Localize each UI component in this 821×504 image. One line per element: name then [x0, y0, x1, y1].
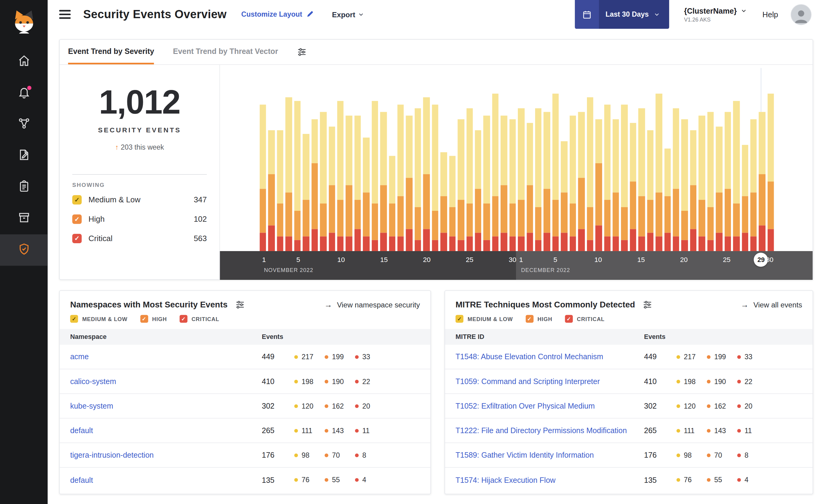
chart-bar-day-22[interactable] — [440, 152, 447, 251]
chart-bar-day-9[interactable] — [329, 127, 335, 251]
chart-bar-day-23[interactable] — [449, 156, 455, 251]
chart-bar-day-35[interactable] — [552, 94, 559, 251]
checkbox-high[interactable]: ✓ — [525, 315, 533, 323]
view-all-events-link[interactable]: → View all events — [741, 300, 802, 309]
chart-bar-day-14[interactable] — [372, 101, 378, 251]
sidebar-item-policies[interactable] — [0, 140, 48, 172]
chart-bar-day-49[interactable] — [673, 108, 679, 251]
namespace-link[interactable]: calico-system — [70, 377, 262, 386]
checkbox-medium-low[interactable]: ✓ — [70, 315, 78, 323]
chart-bar-day-3[interactable] — [277, 130, 283, 251]
chart-bar-day-43[interactable] — [621, 104, 628, 251]
chart-bar-day-31[interactable] — [518, 108, 524, 251]
filter-high[interactable]: ✓HIGH — [525, 315, 552, 323]
mitre-filter-icon[interactable] — [643, 300, 653, 310]
chart-bar-day-24[interactable] — [458, 119, 464, 251]
chart-bar-day-18[interactable] — [406, 116, 412, 251]
sidebar-item-alerts[interactable] — [0, 78, 48, 109]
namespace-link[interactable]: acme — [70, 353, 262, 361]
checkbox-critical[interactable]: ✓ — [72, 234, 81, 243]
chart-bar-day-50[interactable] — [682, 119, 688, 251]
chart-filter-icon[interactable] — [297, 40, 307, 64]
namespaces-filter-icon[interactable] — [235, 300, 245, 310]
severity-toggle-medium-low[interactable]: ✓Medium & Low347 — [72, 190, 207, 209]
chart-bar-day-37[interactable] — [570, 116, 576, 251]
chart-bar-day-30[interactable] — [509, 119, 516, 251]
chart-bar-day-46[interactable] — [647, 130, 653, 251]
checkbox-medium-low[interactable]: ✓ — [456, 315, 464, 323]
chart-bar-day-32[interactable] — [527, 123, 533, 251]
cluster-selector[interactable]: {ClusterName} V1.26 AKS — [684, 7, 747, 22]
chart-bar-day-33[interactable] — [535, 108, 541, 251]
chart-bar-day-54[interactable] — [716, 127, 722, 251]
chart-bar-day-8[interactable] — [320, 112, 326, 251]
calico-cat-logo[interactable] — [11, 5, 37, 40]
date-range-button[interactable]: Last 30 Days — [575, 0, 670, 29]
export-button[interactable]: Export — [332, 10, 364, 19]
chart-bar-day-53[interactable] — [707, 112, 714, 251]
chart-bar-day-1[interactable] — [260, 104, 266, 251]
sidebar-item-compliance[interactable] — [0, 171, 48, 203]
severity-toggle-high[interactable]: ✓High102 — [72, 209, 207, 229]
customize-layout-button[interactable]: Customize Layout — [241, 10, 314, 19]
namespace-link[interactable]: default — [70, 476, 262, 484]
filter-medium-low[interactable]: ✓MEDIUM & LOW — [70, 315, 127, 323]
chart-bar-day-7[interactable] — [311, 119, 318, 251]
mitre-technique-link[interactable]: T1548: Abuse Elevation Control Mechanism — [456, 353, 644, 361]
chart-bar-day-58[interactable] — [750, 119, 757, 251]
filter-high[interactable]: ✓HIGH — [140, 315, 167, 323]
chart-bar-day-13[interactable] — [363, 138, 369, 251]
chart-bar-day-56[interactable] — [733, 101, 740, 251]
namespace-link[interactable]: kube-system — [70, 402, 262, 410]
chart-bar-day-25[interactable] — [466, 108, 473, 251]
namespace-link[interactable]: tigera-intrusion-detection — [70, 451, 262, 459]
chart-bar-day-27[interactable] — [484, 116, 490, 251]
checkbox-medium-low[interactable]: ✓ — [72, 195, 81, 204]
chart-bar-day-11[interactable] — [346, 116, 352, 251]
chart-bar-day-51[interactable] — [690, 130, 696, 251]
tab-event-trend-by-threat-vector[interactable]: Event Trend by Threat Vector — [173, 40, 278, 64]
sidebar-item-workloads[interactable] — [0, 203, 48, 234]
mitre-technique-link[interactable]: T1589: Gather Victim Identity Informatio… — [456, 451, 644, 459]
tab-event-trend-by-severity[interactable]: Event Trend by Severity — [68, 40, 154, 64]
chart-bar-day-17[interactable] — [397, 104, 404, 251]
sidebar-item-home[interactable] — [0, 46, 48, 78]
chart-bar-day-52[interactable] — [699, 116, 705, 251]
checkbox-critical[interactable]: ✓ — [565, 315, 573, 323]
chart-bar-day-44[interactable] — [630, 123, 636, 251]
checkbox-high[interactable]: ✓ — [140, 315, 148, 323]
chart-bar-day-36[interactable] — [561, 141, 567, 251]
chart-bar-day-10[interactable] — [337, 101, 344, 251]
chart-bar-day-21[interactable] — [432, 104, 438, 251]
checkbox-critical[interactable]: ✓ — [179, 315, 187, 323]
chart-bar-day-60[interactable] — [768, 94, 774, 251]
mitre-technique-link[interactable]: T1222: File and Directory Permissions Mo… — [456, 426, 644, 435]
chart-bar-day-28[interactable] — [492, 94, 498, 251]
sidebar-item-service-graph[interactable] — [0, 109, 48, 140]
chart-bar-day-55[interactable] — [725, 112, 731, 251]
filter-critical[interactable]: ✓CRITICAL — [565, 315, 604, 323]
chart-bar-day-59[interactable] — [759, 112, 765, 251]
mitre-technique-link[interactable]: T1052: Exfiltration Over Physical Medium — [456, 402, 644, 410]
chart-bar-day-6[interactable] — [303, 134, 309, 251]
chart-bar-day-4[interactable] — [286, 97, 292, 251]
chart-bar-day-15[interactable] — [380, 112, 387, 251]
sidebar-item-security-events[interactable] — [0, 234, 48, 266]
namespace-link[interactable]: default — [70, 426, 262, 435]
selected-day-badge[interactable]: 29 — [754, 253, 768, 267]
chart-bar-day-5[interactable] — [294, 101, 301, 251]
view-namespace-security-link[interactable]: → View namespace security — [324, 300, 420, 309]
help-link[interactable]: Help — [763, 10, 778, 19]
chart-bar-day-40[interactable] — [595, 119, 602, 251]
chart-bar-day-2[interactable] — [268, 130, 275, 251]
menu-toggle-icon[interactable] — [59, 8, 71, 21]
chart-bar-day-47[interactable] — [656, 94, 662, 251]
severity-toggle-critical[interactable]: ✓Critical563 — [72, 229, 207, 248]
chart-bar-day-45[interactable] — [639, 108, 645, 251]
chart-bar-day-20[interactable] — [423, 97, 430, 251]
filter-medium-low[interactable]: ✓MEDIUM & LOW — [456, 315, 513, 323]
chart-bar-day-48[interactable] — [664, 148, 671, 251]
mitre-technique-link[interactable]: T1574: Hijack Execution Flow — [456, 476, 644, 484]
chart-bar-day-42[interactable] — [613, 119, 619, 251]
chart-bar-day-38[interactable] — [578, 112, 584, 251]
